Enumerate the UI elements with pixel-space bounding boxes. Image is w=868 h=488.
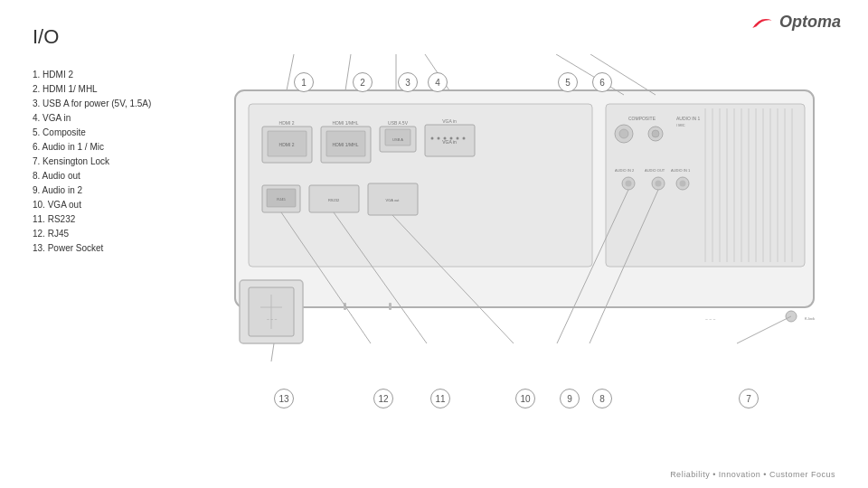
list-item: 9. Audio in 2 — [33, 183, 151, 198]
svg-text:RS232: RS232 — [328, 198, 340, 202]
svg-point-46 — [680, 181, 686, 187]
bottom-number-7: 7 — [739, 389, 759, 408]
bottom-number-13: 13 — [274, 389, 294, 408]
svg-point-28 — [652, 130, 659, 137]
svg-point-19 — [463, 137, 466, 140]
top-number-1: 1 — [294, 72, 314, 92]
svg-line-76 — [271, 343, 274, 361]
svg-text:USB A 5V: USB A 5V — [388, 120, 409, 126]
svg-text:HDMI 2: HDMI 2 — [279, 120, 295, 126]
svg-text:VGA in: VGA in — [442, 139, 457, 145]
svg-rect-65 — [389, 303, 392, 310]
svg-line-71 — [345, 54, 351, 90]
bottom-number-10: 10 — [515, 389, 535, 408]
list-item: 13. Power Socket — [33, 241, 151, 256]
svg-point-17 — [450, 137, 453, 140]
io-list: 1. HDMI 22. HDMI 1/ MHL3. USB A for powe… — [33, 68, 151, 256]
list-item: 11. RS232 — [33, 212, 151, 227]
page-title: I/O — [33, 25, 59, 49]
list-item: 1. HDMI 2 — [33, 68, 151, 82]
svg-text:VGA out: VGA out — [386, 198, 401, 202]
svg-text:AUDIO IN 2: AUDIO IN 2 — [615, 168, 635, 173]
svg-text:K-lock: K-lock — [805, 316, 815, 321]
svg-text:HDMI 1/MHL: HDMI 1/MHL — [333, 142, 359, 147]
list-item: 10. VGA out — [33, 198, 151, 212]
svg-text:USB A: USB A — [392, 137, 403, 142]
list-item: 3. USB A for power (5V, 1.5A) — [33, 97, 151, 111]
top-number-3: 3 — [398, 72, 418, 92]
list-item: 2. HDMI 1/ MHL — [33, 82, 151, 97]
projector-diagram: HDMI 2 HDMI 1/MHL USB A VGA in HDMI 2 HD… — [163, 54, 841, 416]
svg-point-43 — [656, 181, 662, 187]
list-item: 6. Audio in 1 / Mic — [33, 140, 151, 155]
svg-text:/ MIC: / MIC — [676, 123, 685, 127]
svg-point-26 — [619, 129, 628, 138]
logo-text: Optoma — [779, 13, 841, 32]
svg-text:AUDIO IN 1: AUDIO IN 1 — [671, 168, 691, 173]
list-item: 4. VGA in — [33, 111, 151, 126]
svg-text:RJ45: RJ45 — [277, 197, 286, 202]
optoma-swoosh-icon — [749, 14, 776, 32]
svg-text:COMPOSITE: COMPOSITE — [628, 116, 656, 121]
svg-point-40 — [626, 181, 632, 187]
top-number-2: 2 — [353, 72, 373, 92]
svg-text:AUDIO IN 1: AUDIO IN 1 — [676, 116, 701, 121]
bottom-number-11: 11 — [430, 389, 450, 408]
svg-point-14 — [431, 137, 434, 140]
top-number-4: 4 — [428, 72, 448, 92]
svg-point-15 — [438, 137, 440, 140]
svg-text:HDMI 2: HDMI 2 — [279, 142, 295, 147]
svg-text:AUDIO OUT: AUDIO OUT — [645, 168, 665, 173]
svg-line-82 — [737, 316, 791, 343]
list-item: 5. Composite — [33, 126, 151, 140]
list-item: 7. Kensington Lock — [33, 155, 151, 169]
svg-text:VGA in: VGA in — [442, 118, 457, 124]
bottom-number-12: 12 — [373, 389, 393, 408]
svg-text:HDMI 1/MHL: HDMI 1/MHL — [333, 120, 359, 126]
svg-point-18 — [457, 137, 459, 140]
list-item: 8. Audio out — [33, 169, 151, 183]
bottom-number-8: 8 — [592, 389, 612, 408]
svg-point-16 — [444, 137, 447, 140]
list-item: 12. RJ45 — [33, 227, 151, 241]
bottom-number-9: 9 — [560, 389, 580, 408]
top-number-6: 6 — [592, 72, 612, 92]
svg-text:~ ~ ~: ~ ~ ~ — [705, 316, 716, 322]
top-number-5: 5 — [558, 72, 578, 92]
logo: Optoma — [749, 13, 841, 32]
footer-text: Reliability • Innovation • Customer Focu… — [670, 470, 835, 479]
svg-line-70 — [287, 54, 294, 90]
svg-text:~ ~ ~: ~ ~ ~ — [267, 316, 278, 322]
